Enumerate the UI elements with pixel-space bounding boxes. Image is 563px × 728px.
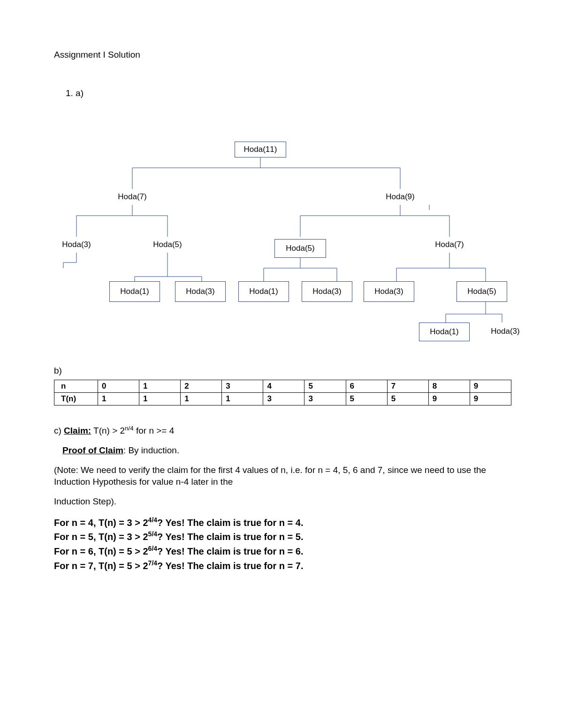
base-case-line: For n = 4, T(n) = 3 > 24/4? Yes! The cla…	[54, 515, 509, 530]
proof-of-claim-line: Proof of Claim: By induction.	[62, 444, 509, 457]
base-case-line: For n = 6, T(n) = 5 > 26/4? Yes! The cla…	[54, 544, 509, 558]
tree-node-rr: Hoda(7)	[429, 237, 470, 253]
question-1a-label: 1. a)	[66, 88, 509, 98]
tree-node-root: Hoda(11)	[235, 142, 286, 158]
claim-text: for n >= 4	[134, 426, 175, 435]
tree-node-label: Hoda(7)	[118, 192, 146, 202]
base-case-line: For n = 7, T(n) = 5 > 27/4? Yes! The cla…	[54, 558, 509, 573]
part-b-label: b)	[54, 366, 509, 376]
doc-title: Assignment I Solution	[54, 50, 509, 60]
tree-node-ll: Hoda(3)	[56, 237, 97, 253]
base-case-text: ? Yes! The claim is true for n = 7.	[157, 560, 303, 570]
tree-node-label: Hoda(3)	[374, 287, 403, 296]
tree-node-label: Hoda(3)	[491, 327, 519, 336]
table-cell: 8	[428, 380, 470, 393]
tree-node-label: Hoda(1)	[249, 287, 278, 296]
tree-node-label: Hoda(5)	[286, 244, 314, 253]
table-cell: 7	[387, 380, 428, 393]
tree-node-rll: Hoda(1)	[238, 281, 289, 302]
table-cell: 0	[98, 380, 139, 393]
tree-node-label: Hoda(7)	[435, 240, 464, 249]
table-cell: 1	[222, 393, 263, 405]
claim-sup: n/4	[125, 425, 134, 432]
tree-node-label: Hoda(11)	[244, 145, 277, 154]
tree-node-rl: Hoda(5)	[274, 239, 326, 258]
table-cell: 9	[470, 380, 511, 393]
tree-node-l: Hoda(7)	[112, 189, 153, 205]
base-case-text: For n = 6, T(n) = 5 > 2	[54, 546, 148, 556]
table-cell: 1	[181, 393, 222, 405]
tree-node-label: Hoda(3)	[62, 240, 91, 249]
base-case-sup: 4/4	[148, 516, 157, 524]
table-cell: 3	[222, 380, 263, 393]
tree-node-label: Hoda(1)	[430, 327, 458, 337]
table-cell: 5	[346, 393, 387, 405]
table-cell: 1	[139, 393, 181, 405]
tree-node-lrl: Hoda(1)	[109, 281, 160, 302]
base-case-text: ? Yes! The claim is true for n = 5.	[157, 532, 303, 542]
tree-node-r: Hoda(9)	[380, 189, 421, 205]
table-cell: 1	[139, 380, 181, 393]
base-case-text: For n = 7, T(n) = 5 > 2	[54, 560, 148, 570]
proof-of-claim-label: Proof of Claim	[62, 445, 123, 455]
table-row: n 0 1 2 3 4 5 6 7 8 9	[54, 380, 511, 393]
base-case-text: ? Yes! The claim is true for n = 6.	[157, 546, 303, 556]
proof-note-2: Induction Step).	[54, 495, 509, 508]
table-cell: 1	[98, 393, 139, 405]
tree-node-label: Hoda(3)	[186, 287, 214, 296]
base-case-sup: 7/4	[148, 559, 157, 567]
claim-line: c) Claim: T(n) > 2n/4 for n >= 4	[54, 424, 509, 437]
proof-of-claim-text: : By induction.	[123, 445, 179, 455]
tn-table: n 0 1 2 3 4 5 6 7 8 9 T(n) 1 1 1 1 3 3 5…	[54, 380, 511, 405]
base-case-line: For n = 5, T(n) = 3 > 25/4? Yes! The cla…	[54, 529, 509, 544]
table-cell: 5	[387, 393, 428, 405]
table-cell: T(n)	[54, 393, 98, 405]
tree-node-label: Hoda(9)	[386, 192, 414, 202]
claim-text: T(n) > 2	[91, 426, 125, 435]
base-case-text: ? Yes! The claim is true for n = 4.	[157, 517, 303, 527]
table-cell: 9	[428, 393, 470, 405]
table-row: T(n) 1 1 1 1 3 3 5 5 9 9	[54, 393, 511, 405]
tree-node-label: Hoda(5)	[153, 240, 182, 249]
claim-label: Claim:	[64, 426, 91, 435]
tree-node-rrr: Hoda(5)	[456, 281, 507, 302]
document-page: Assignment I Solution 1. a)	[0, 0, 563, 728]
tree-node-rrrl: Hoda(1)	[419, 323, 470, 341]
table-cell: 9	[470, 393, 511, 405]
base-case-sup: 6/4	[148, 545, 157, 552]
base-case-text: For n = 5, T(n) = 3 > 2	[54, 532, 148, 542]
table-cell: 3	[263, 393, 304, 405]
base-case-sup: 5/4	[148, 530, 157, 538]
table-cell: 2	[181, 380, 222, 393]
proof-note: (Note: We need to verify the claim for t…	[54, 464, 509, 488]
tree-node-lr: Hoda(5)	[147, 237, 188, 253]
tree-node-rrl: Hoda(3)	[364, 281, 414, 302]
tree-node-label: Hoda(5)	[467, 287, 496, 296]
table-cell: 4	[263, 380, 304, 393]
tree-node-lrr: Hoda(3)	[175, 281, 226, 302]
table-cell: 6	[346, 380, 387, 393]
part-c-proof: c) Claim: T(n) > 2n/4 for n >= 4 Proof o…	[54, 424, 509, 572]
tree-node-rlr: Hoda(3)	[302, 281, 352, 302]
tree-node-label: Hoda(3)	[312, 287, 341, 296]
part-c-prefix: c)	[54, 426, 64, 435]
tree-node-rrrr: Hoda(3)	[485, 323, 526, 339]
base-case-text: For n = 4, T(n) = 3 > 2	[54, 517, 148, 527]
table-cell: 3	[304, 393, 346, 405]
table-cell: 5	[304, 380, 346, 393]
recursion-tree: Hoda(11) Hoda(7) Hoda(9) Hoda(3) Hoda(5)…	[54, 122, 511, 347]
table-cell: n	[54, 380, 98, 393]
tree-node-label: Hoda(1)	[120, 287, 149, 296]
